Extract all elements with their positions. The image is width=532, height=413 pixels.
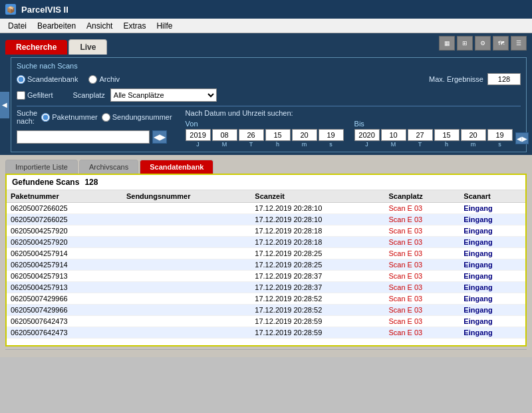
tab-archivscans[interactable]: Archivscans: [79, 160, 138, 174]
table-row[interactable]: 0620500742996617.12.2019 20:28:52Scan E …: [7, 293, 525, 305]
cell-scanart: Eingang: [460, 225, 525, 237]
cell-scanplatz: Scan E 03: [384, 271, 460, 282]
search-go-button[interactable]: ◀▶: [152, 130, 167, 144]
toolbar-icon-2[interactable]: ⊞: [457, 36, 473, 51]
table-row[interactable]: 0620500726602517.12.2019 20:28:10Scan E …: [7, 203, 525, 214]
cell-scanplatz: Scan E 03: [384, 293, 460, 305]
bis-year[interactable]: [354, 129, 380, 141]
scanplatz-select[interactable]: Alle Scanplätze: [110, 88, 217, 102]
gefiltert-checkbox[interactable]: [17, 91, 25, 100]
table-row[interactable]: 0620500726602517.12.2019 20:28:10Scan E …: [7, 214, 525, 225]
von-year[interactable]: [186, 129, 211, 141]
table-row[interactable]: 0620500425792017.12.2019 20:28:18Scan E …: [7, 225, 525, 237]
cell-sendungsnummer: [122, 327, 251, 339]
cell-scanplatz: Scan E 03: [384, 237, 460, 248]
col-scanzeit: Scanzeit: [251, 190, 384, 203]
suche-nach-label: Suche nach:: [17, 109, 37, 125]
tab-importierte-liste[interactable]: Importierte Liste: [5, 160, 78, 174]
cell-paketnummer: 06205004257914: [7, 248, 122, 259]
date-section-label: Nach Datum und Uhrzeit suchen:: [186, 109, 529, 117]
cell-paketnummer: 06205007642473: [7, 327, 122, 339]
cell-scanzeit: 17.12.2019 20:28:18: [251, 237, 384, 248]
menu-bearbeiten[interactable]: Bearbeiten: [32, 20, 81, 32]
toolbar-icon-5[interactable]: ☰: [511, 36, 527, 51]
menu-extras[interactable]: Extras: [118, 20, 151, 32]
max-ergebnisse-label: Max. Ergebnisse: [429, 75, 483, 83]
tab-live[interactable]: Live: [68, 39, 107, 55]
table-row[interactable]: 0620500425791317.12.2019 20:28:37Scan E …: [7, 282, 525, 293]
cell-sendungsnummer: [122, 248, 251, 259]
cell-scanart: Eingang: [460, 248, 525, 259]
cell-scanplatz: Scan E 03: [384, 203, 460, 214]
cell-scanzeit: 17.12.2019 20:28:59: [251, 316, 384, 327]
cell-scanart: Eingang: [460, 203, 525, 214]
table-row[interactable]: 0620500425791417.12.2019 20:28:25Scan E …: [7, 259, 525, 271]
radio-sendungsnummer-label[interactable]: Sendungsnummer: [102, 113, 172, 122]
cell-scanzeit: 17.12.2019 20:28:10: [251, 214, 384, 225]
app-icon: 📦: [5, 4, 16, 15]
results-area: Gefundene Scans 128 Paketnummer Sendungs…: [5, 174, 527, 346]
cell-scanzeit: 17.12.2019 20:28:10: [251, 203, 384, 214]
cell-scanplatz: Scan E 03: [384, 305, 460, 316]
von-hour[interactable]: [265, 129, 291, 141]
search-panel-title: Suche nach Scans: [17, 62, 521, 70]
radio-archiv[interactable]: Archiv: [88, 75, 120, 84]
bis-month[interactable]: [381, 129, 406, 141]
von-month[interactable]: [212, 129, 237, 141]
radio-scandatenbank[interactable]: Scandatenbank: [17, 75, 78, 84]
table-row[interactable]: 0620500742996617.12.2019 20:28:52Scan E …: [7, 305, 525, 316]
cell-scanzeit: 17.12.2019 20:28:52: [251, 305, 384, 316]
cell-sendungsnummer: [122, 225, 251, 237]
toolbar-icon-4[interactable]: 🗺: [493, 36, 509, 51]
scanplatz-label: Scanplatz: [73, 91, 105, 99]
cell-sendungsnummer: [122, 282, 251, 293]
cell-scanart: Eingang: [460, 259, 525, 271]
table-row[interactable]: 0620500425791417.12.2019 20:28:25Scan E …: [7, 248, 525, 259]
tab-scandatenbank[interactable]: Scandatenbank: [140, 160, 213, 174]
app-title: ParcelVIS II: [21, 5, 68, 15]
cell-sendungsnummer: [122, 316, 251, 327]
table-row[interactable]: 0620500425792017.12.2019 20:28:18Scan E …: [7, 237, 525, 248]
von-day[interactable]: [239, 129, 264, 141]
cell-scanplatz: Scan E 03: [384, 282, 460, 293]
scrollbar-area[interactable]: [5, 349, 527, 357]
von-label: Von: [186, 120, 344, 128]
table-row[interactable]: 0620500764247317.12.2019 20:28:59Scan E …: [7, 327, 525, 339]
bis-day[interactable]: [408, 129, 433, 141]
results-count: 128: [84, 178, 98, 187]
bis-second[interactable]: [487, 129, 513, 141]
von-minute[interactable]: [292, 129, 317, 141]
von-second[interactable]: [319, 129, 344, 141]
collapse-arrow[interactable]: ◀: [0, 92, 9, 118]
cell-paketnummer: 06205004257913: [7, 282, 122, 293]
cell-sendungsnummer: [122, 203, 251, 214]
cell-paketnummer: 06205007266025: [7, 214, 122, 225]
bis-minute[interactable]: [461, 129, 486, 141]
menu-datei[interactable]: Datei: [3, 20, 32, 32]
radio-paketnummer-label[interactable]: Paketnummer: [41, 113, 97, 122]
bis-hour[interactable]: [434, 129, 460, 141]
cell-sendungsnummer: [122, 271, 251, 282]
search-panel: Suche nach Scans Scandatenbank Archiv Ma…: [11, 57, 527, 152]
cell-paketnummer: 06205007429966: [7, 293, 122, 305]
cell-paketnummer: 06205004257920: [7, 237, 122, 248]
menu-ansicht[interactable]: Ansicht: [81, 20, 118, 32]
search-text-input[interactable]: [17, 130, 150, 144]
max-ergebnisse-input[interactable]: [487, 73, 521, 85]
menu-hilfe[interactable]: Hilfe: [151, 20, 178, 32]
cell-sendungsnummer: [122, 214, 251, 225]
cell-paketnummer: 06205004257920: [7, 225, 122, 237]
gefiltert-checkbox-label[interactable]: Gefiltert: [17, 91, 53, 100]
tab-recherche[interactable]: Recherche: [5, 40, 67, 55]
menu-bar: Datei Bearbeiten Ansicht Extras Hilfe: [0, 19, 532, 33]
cell-scanart: Eingang: [460, 316, 525, 327]
bis-nav-button[interactable]: ◀▶: [515, 132, 529, 144]
cell-scanzeit: 17.12.2019 20:28:59: [251, 327, 384, 339]
cell-scanplatz: Scan E 03: [384, 225, 460, 237]
cell-scanart: Eingang: [460, 214, 525, 225]
toolbar-icon-3[interactable]: ⚙: [475, 36, 491, 51]
table-row[interactable]: 0620500425791317.12.2019 20:28:37Scan E …: [7, 271, 525, 282]
col-scanart: Scanart: [460, 190, 525, 203]
toolbar-icon-1[interactable]: ▦: [439, 36, 455, 51]
table-row[interactable]: 0620500764247317.12.2019 20:28:59Scan E …: [7, 316, 525, 327]
